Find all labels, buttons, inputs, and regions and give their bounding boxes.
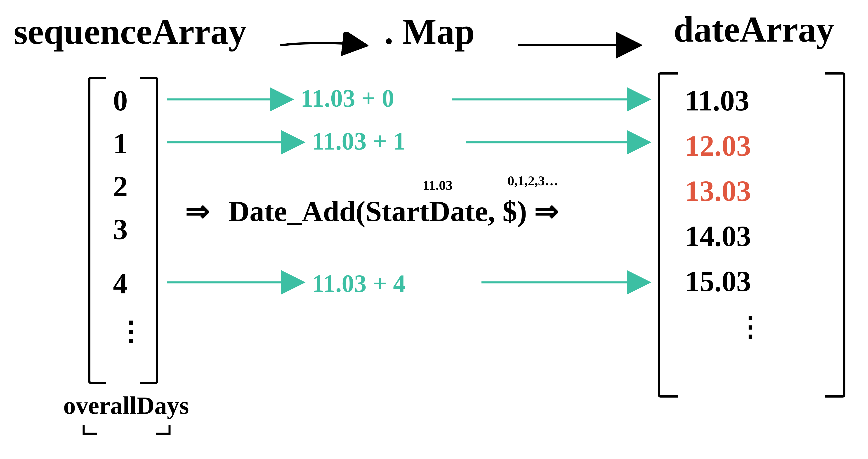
date-val-4: 15.03 [685, 267, 751, 296]
date-val-2: 13.03 [685, 176, 751, 205]
date-val-1: 12.03 [685, 131, 751, 160]
map-expr-row1: 11.03 + 1 [312, 129, 405, 154]
map-expr-row0: 11.03 + 0 [301, 86, 394, 111]
formula-leading-arrow: ⇒ [185, 197, 210, 226]
date-array-bracket-left [658, 72, 678, 398]
date-val-0: 11.03 [685, 86, 749, 115]
date-ellipsis: ⋮ [737, 321, 764, 333]
date-val-3: 14.03 [685, 221, 751, 251]
diagram-stage: sequenceArray . Map dateArray 0 1 2 3 4 … [0, 0, 868, 459]
map-expr-row4: 11.03 + 4 [312, 271, 405, 296]
formula-index-note: 0,1,2,3… [507, 174, 558, 188]
date-array-bracket-right [825, 72, 845, 398]
formula-text: Date_Add(StartDate, $) ⇒ [228, 197, 559, 226]
formula-startdate-note: 11.03 [423, 178, 453, 192]
